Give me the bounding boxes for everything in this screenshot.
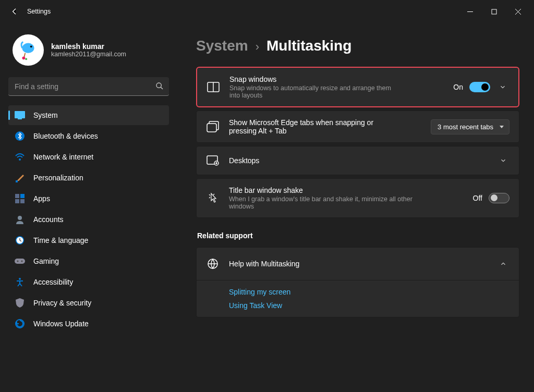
svg-rect-11 — [15, 194, 19, 198]
nav-accounts[interactable]: Accounts — [8, 210, 169, 229]
person-icon — [15, 214, 25, 225]
toggle-state-label: Off — [473, 194, 482, 202]
desktops-icon — [206, 154, 220, 167]
svg-rect-12 — [20, 194, 25, 198]
edge-tabs-dropdown[interactable]: 3 most recent tabs — [431, 119, 509, 134]
avatar — [13, 34, 44, 66]
apps-icon — [15, 193, 25, 204]
nav-privacy[interactable]: Privacy & security — [8, 293, 169, 313]
nav-bluetooth[interactable]: Bluetooth & devices — [8, 126, 169, 146]
help-links: Splitting my screen Using Task View — [197, 280, 519, 317]
collapse-button[interactable] — [497, 258, 509, 270]
breadcrumb-current: Multitasking — [266, 38, 351, 54]
nav-label: Windows Update — [33, 320, 89, 328]
expand-button[interactable] — [496, 81, 509, 93]
svg-rect-18 — [15, 259, 25, 264]
svg-point-3 — [22, 56, 26, 59]
nav-network[interactable]: Network & internet — [8, 147, 169, 167]
search-wrapper — [8, 77, 169, 96]
search-icon — [155, 82, 164, 92]
help-title: Help with Multitasking — [229, 260, 488, 268]
globe-icon — [206, 257, 220, 271]
svg-point-5 — [156, 83, 161, 88]
card-edge-tabs[interactable]: Show Microsoft Edge tabs when snapping o… — [196, 111, 519, 143]
svg-rect-7 — [18, 118, 22, 119]
main-panel: System › Multitasking Snap windows Snap … — [177, 23, 534, 392]
nav-label: Apps — [33, 194, 50, 203]
chevron-right-icon: › — [256, 40, 259, 54]
nav-label: Bluetooth & devices — [33, 132, 98, 140]
nav-list: System Bluetooth & devices Network & int… — [8, 105, 169, 334]
update-icon — [15, 318, 25, 329]
nav-label: Network & internet — [33, 153, 93, 161]
svg-point-1 — [22, 43, 34, 53]
shake-toggle[interactable] — [489, 193, 509, 203]
svg-point-21 — [19, 278, 21, 280]
nav-label: System — [33, 111, 58, 119]
help-link-split-screen[interactable]: Splitting my screen — [229, 288, 509, 296]
wifi-icon — [15, 152, 25, 162]
sidebar: kamlesh kumar kamlesh2011@gmail.com Syst… — [0, 23, 177, 392]
expand-button[interactable] — [497, 154, 509, 167]
user-name: kamlesh kumar — [51, 42, 126, 51]
maximize-button[interactable] — [482, 3, 506, 20]
user-account-row[interactable]: kamlesh kumar kamlesh2011@gmail.com — [8, 23, 169, 77]
display-icon — [15, 110, 25, 120]
nav-update[interactable]: Windows Update — [8, 314, 169, 334]
clock-icon — [15, 235, 25, 246]
svg-point-2 — [30, 45, 32, 47]
nav-label: Gaming — [33, 257, 59, 265]
nav-personalization[interactable]: Personalization — [8, 168, 169, 188]
card-description: Snap windows to automatically resize and… — [229, 84, 396, 99]
card-title: Desktops — [229, 156, 488, 165]
search-input[interactable] — [8, 77, 169, 96]
bluetooth-icon — [15, 131, 25, 141]
svg-point-9 — [19, 158, 21, 161]
svg-rect-13 — [15, 199, 19, 203]
nav-system[interactable]: System — [8, 105, 169, 125]
breadcrumb-parent[interactable]: System — [196, 38, 248, 54]
svg-point-19 — [17, 261, 19, 262]
nav-gaming[interactable]: Gaming — [8, 251, 169, 271]
card-title: Title bar window shake — [229, 186, 464, 194]
help-link-task-view[interactable]: Using Task View — [229, 301, 509, 310]
svg-rect-0 — [492, 9, 496, 14]
minimize-button[interactable] — [458, 3, 482, 20]
svg-point-20 — [21, 261, 23, 262]
svg-rect-10 — [16, 180, 18, 182]
shield-icon — [15, 298, 25, 308]
accessibility-icon — [15, 277, 25, 287]
title-bar: Settings — [0, 0, 534, 23]
svg-point-4 — [25, 58, 27, 60]
nav-label: Accessibility — [33, 278, 73, 286]
nav-label: Accounts — [33, 215, 64, 224]
gamepad-icon — [15, 256, 25, 266]
nav-apps[interactable]: Apps — [8, 189, 169, 209]
card-help: Help with Multitasking Splitting my scre… — [196, 247, 519, 317]
brush-icon — [15, 173, 25, 183]
card-title: Show Microsoft Edge tabs when snapping o… — [229, 118, 391, 135]
nav-accessibility[interactable]: Accessibility — [8, 272, 169, 292]
help-header[interactable]: Help with Multitasking — [197, 248, 519, 280]
related-support-header: Related support — [197, 231, 519, 240]
breadcrumb: System › Multitasking — [196, 38, 519, 54]
window-controls — [458, 3, 530, 20]
toggle-state-label: On — [453, 83, 463, 91]
back-button[interactable] — [4, 1, 25, 22]
tabs-icon — [206, 120, 220, 133]
svg-rect-24 — [207, 124, 216, 132]
card-title: Snap windows — [229, 75, 444, 83]
card-description: When I grab a window's title bar and sha… — [229, 195, 417, 210]
nav-label: Privacy & security — [33, 299, 91, 307]
card-desktops[interactable]: Desktops — [196, 146, 519, 175]
nav-time[interactable]: Time & language — [8, 230, 169, 250]
svg-rect-14 — [20, 199, 25, 203]
card-snap-windows[interactable]: Snap windows Snap windows to automatical… — [196, 67, 519, 107]
snap-layout-icon — [207, 80, 220, 94]
svg-point-15 — [18, 216, 22, 220]
close-button[interactable] — [506, 3, 530, 20]
user-email: kamlesh2011@gmail.com — [51, 51, 126, 58]
app-title: Settings — [27, 8, 51, 15]
card-title-bar-shake[interactable]: Title bar window shake When I grab a win… — [196, 178, 519, 218]
snap-toggle[interactable] — [469, 82, 490, 92]
